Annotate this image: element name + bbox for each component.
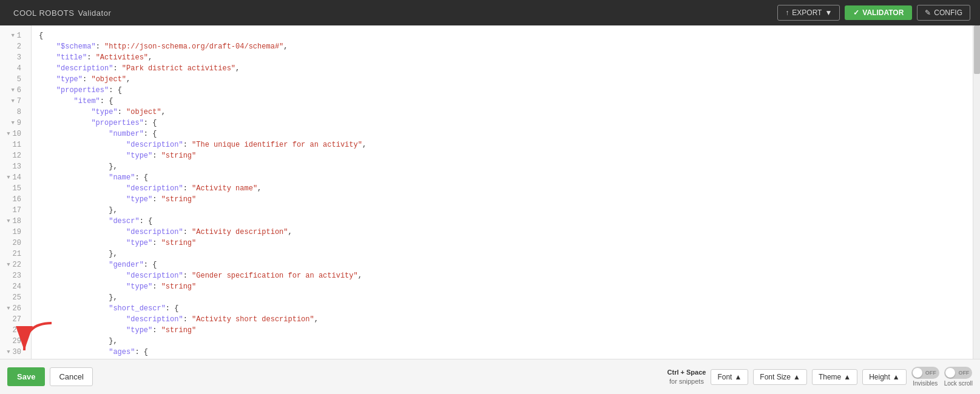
fold-arrow-18[interactable]: ▼ <box>7 216 10 227</box>
validator-button[interactable]: ✓ VALIDATOR <box>845 5 912 20</box>
snippet-shortcut: Ctrl + Space <box>667 369 706 376</box>
line-number-30: ▼30 <box>0 347 26 358</box>
code-line-18: "descr": { <box>39 216 965 227</box>
bottom-left: Save Cancel <box>7 367 93 386</box>
fold-arrow-10[interactable]: ▼ <box>7 129 10 139</box>
export-label: EXPORT <box>792 8 822 17</box>
code-line-10: "number": { <box>39 129 965 139</box>
line-number-4: 4 <box>0 63 26 74</box>
fold-arrow-14[interactable]: ▼ <box>7 172 10 183</box>
lock-scroll-label: Lock scroll <box>944 380 973 387</box>
line-number-18: ▼18 <box>0 216 26 227</box>
lock-scroll-toggle[interactable]: OFF <box>944 367 972 379</box>
lock-scroll-knob <box>945 368 955 378</box>
line-number-16: 16 <box>0 194 26 205</box>
code-line-14: "name": { <box>39 172 965 183</box>
code-line-11: "description": "The unique identifier fo… <box>39 139 965 150</box>
line-number-8: 8 <box>0 107 26 118</box>
config-button[interactable]: ✎ CONFIG <box>917 5 970 21</box>
line-number-15: 15 <box>0 183 26 194</box>
toggle-knob <box>913 368 922 378</box>
code-line-27: "description": "Activity short descripti… <box>39 314 965 325</box>
font-size-chevron-icon: ▲ <box>793 373 800 381</box>
line-number-13: 13 <box>0 161 26 172</box>
scrollbar-track[interactable] <box>973 25 980 359</box>
export-button[interactable]: ↑ EXPORT ▼ <box>777 5 840 21</box>
font-chevron-icon: ▲ <box>734 373 742 381</box>
fold-arrow-30[interactable]: ▼ <box>7 347 10 358</box>
fold-arrow-1[interactable]: ▼ <box>11 30 14 41</box>
export-chevron-icon: ▼ <box>825 8 832 17</box>
app-brand: COOL ROBOTSValidator <box>10 8 111 18</box>
theme-chevron-icon: ▲ <box>843 373 851 381</box>
code-line-2: "$schema": "http://json-schema.org/draft… <box>39 41 965 52</box>
code-line-31: "description": "Allowed ages", <box>39 358 965 359</box>
code-line-20: "type": "string" <box>39 238 965 249</box>
line-number-20: 20 <box>0 238 26 249</box>
code-line-1: { <box>39 30 965 41</box>
code-line-12: "type": "string" <box>39 150 965 161</box>
code-line-7: "item": { <box>39 96 965 107</box>
line-number-31: 31 <box>0 358 26 359</box>
lock-scroll-toggle-group: OFF Lock scroll <box>944 367 973 387</box>
code-line-24: "type": "string" <box>39 281 965 292</box>
line-number-27: 27 <box>0 314 26 325</box>
validator-label: VALIDATOR <box>862 8 904 17</box>
bottom-right: Ctrl + Space for snippets Font ▲ Font Si… <box>667 367 973 387</box>
line-number-1: ▼1 <box>0 30 26 41</box>
code-line-6: "properties": { <box>39 85 965 96</box>
fold-arrow-9[interactable]: ▼ <box>11 118 14 129</box>
line-number-11: 11 <box>0 139 26 150</box>
code-line-15: "description": "Activity name", <box>39 183 965 194</box>
brand-sub: Validator <box>78 8 111 18</box>
fold-arrow-7[interactable]: ▼ <box>11 96 14 107</box>
line-number-29: 29 <box>0 336 26 347</box>
code-line-25: }, <box>39 292 965 303</box>
code-line-4: "description": "Park district activities… <box>39 63 965 74</box>
header: COOL ROBOTSValidator ↑ EXPORT ▼ ✓ VALIDA… <box>0 0 980 25</box>
height-label: Height <box>869 373 890 381</box>
code-line-21: }, <box>39 249 965 259</box>
lock-scroll-off-text: OFF <box>958 370 969 376</box>
font-size-label: Font Size <box>760 373 791 381</box>
line-number-17: 17 <box>0 205 26 216</box>
line-number-5: 5 <box>0 74 26 85</box>
fold-arrow-26[interactable]: ▼ <box>7 303 10 314</box>
config-label: CONFIG <box>934 8 962 17</box>
line-numbers: ▼12345▼6▼78▼9▼10111213▼14151617▼18192021… <box>0 25 32 359</box>
fold-arrow-22[interactable]: ▼ <box>7 259 10 270</box>
theme-dropdown[interactable]: Theme ▲ <box>812 369 857 385</box>
code-editor[interactable]: { "$schema": "http://json-schema.org/dra… <box>32 25 973 359</box>
line-number-6: ▼6 <box>0 85 26 96</box>
code-line-16: "type": "string" <box>39 194 965 205</box>
line-number-19: 19 <box>0 227 26 238</box>
height-dropdown[interactable]: Height ▲ <box>862 369 907 385</box>
invisibles-toggle[interactable]: OFF <box>911 367 939 379</box>
invisibles-toggle-group: OFF Invisibles <box>911 367 939 387</box>
save-button[interactable]: Save <box>7 367 45 386</box>
line-number-14: ▼14 <box>0 172 26 183</box>
fold-arrow-6[interactable]: ▼ <box>11 85 14 96</box>
code-line-5: "type": "object", <box>39 74 965 85</box>
code-line-17: }, <box>39 205 965 216</box>
scrollbar-thumb[interactable] <box>974 25 980 74</box>
line-number-23: 23 <box>0 270 26 281</box>
line-number-9: ▼9 <box>0 118 26 129</box>
editor-wrapper: ▼12345▼6▼78▼9▼10111213▼14151617▼18192021… <box>0 25 980 359</box>
line-number-3: 3 <box>0 52 26 63</box>
line-number-21: 21 <box>0 249 26 259</box>
code-line-8: "type": "object", <box>39 107 965 118</box>
font-size-dropdown[interactable]: Font Size ▲ <box>753 369 807 385</box>
line-number-12: 12 <box>0 150 26 161</box>
bottom-bar: Save Cancel Ctrl + Space for snippets Fo… <box>0 359 980 394</box>
font-dropdown[interactable]: Font ▲ <box>711 369 748 385</box>
line-number-22: ▼22 <box>0 259 26 270</box>
code-line-29: }, <box>39 336 965 347</box>
export-icon: ↑ <box>785 8 789 17</box>
code-line-23: "description": "Gender specification for… <box>39 270 965 281</box>
code-line-3: "title": "Activities", <box>39 52 965 63</box>
line-number-28: 28 <box>0 325 26 336</box>
line-number-24: 24 <box>0 281 26 292</box>
check-icon: ✓ <box>853 8 859 17</box>
cancel-button[interactable]: Cancel <box>50 367 92 386</box>
